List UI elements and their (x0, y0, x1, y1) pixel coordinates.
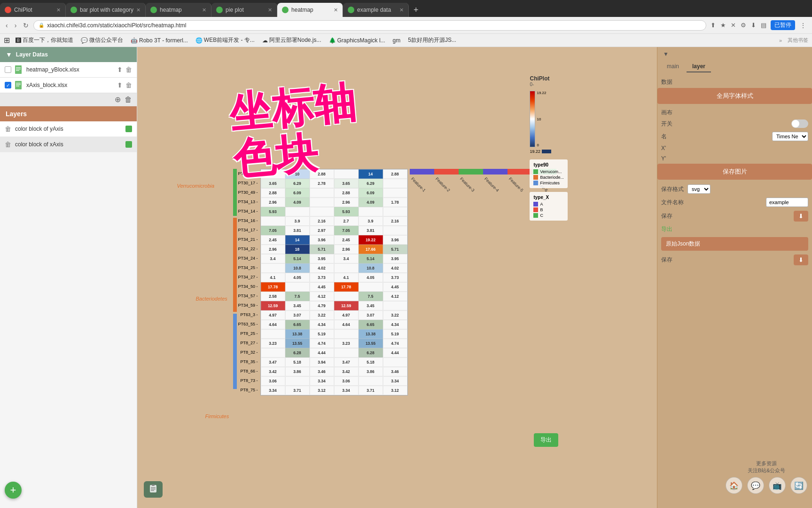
cell-11-2: 3.73 (310, 273, 334, 282)
cell-3-0: 2.96 (261, 198, 285, 207)
scale-min: 0 (537, 143, 546, 147)
save-download-button[interactable]: ⬇ (794, 211, 808, 222)
tab-heatmap2[interactable]: heatmap ✕ (277, 3, 343, 17)
save-image-button[interactable]: 保存图片 (657, 164, 812, 180)
wechat-icon-btn[interactable]: 💬 (747, 477, 764, 494)
export-link[interactable]: 导出 (661, 225, 672, 233)
legend-typex-label0: A (540, 202, 543, 206)
menu-button[interactable]: ⋮ (798, 21, 808, 30)
apps-icon[interactable]: ⊞ (4, 36, 10, 45)
cell-1-2: 2.78 (310, 179, 334, 188)
global-font-button[interactable]: 全局字体样式 (657, 88, 812, 104)
toggle-switch[interactable] (791, 119, 808, 128)
tab-example[interactable]: example data ✕ (343, 3, 409, 17)
upload-icon-xaxis[interactable]: ⬆ (117, 81, 123, 89)
other-bookmarks[interactable]: 其他书签 (788, 37, 808, 44)
delete-btn-xaxis-layer[interactable]: 🗑 (5, 141, 11, 148)
delete-btn-yaxis[interactable]: 🗑 (5, 125, 11, 133)
delete-icon-heatmap-y[interactable]: 🗑 (125, 66, 132, 73)
delete-layer-toolbar-button[interactable]: 🗑 (125, 95, 132, 104)
color-indicator-xaxis[interactable] (125, 141, 132, 148)
edit-clipboard-button[interactable] (144, 481, 163, 498)
scale-max: 19.22 (537, 91, 546, 95)
cell-5-1: 3.9 (285, 216, 310, 226)
file-name-input[interactable] (766, 198, 808, 207)
color-indicator-yaxis[interactable] (125, 126, 132, 132)
download-button[interactable]: ⬇ (750, 21, 757, 30)
delete-icon-xaxis[interactable]: 🗑 (125, 81, 132, 89)
tab-close-bar[interactable]: ✕ (136, 7, 141, 13)
tab-bar-plot[interactable]: bar plot with category ✕ (66, 3, 146, 17)
bookmark-baidu[interactable]: 🅱 百度一下，你就知道 (14, 35, 75, 45)
home-icon-btn[interactable]: 🏠 (726, 477, 742, 494)
user-button[interactable]: 已暂停 (771, 20, 795, 30)
tab-close-example[interactable]: ✕ (399, 7, 404, 13)
cell-18-5: 4.74 (383, 339, 407, 348)
address-bar[interactable]: 🔒 xiaochi.chifei3d.com/static/xiaochiPlo… (33, 20, 706, 31)
legend-type90-color2 (533, 181, 538, 185)
cell-9-1: 5.14 (285, 254, 310, 263)
more-resources-text2: 关注B站&公众号 (726, 467, 807, 474)
bookmark-aliyun[interactable]: ☁ 阿里云部署Node.js... (260, 35, 323, 45)
y-label-PT8_35: PT8_35 - (238, 357, 259, 366)
cell-10-4: 10.8 (359, 263, 383, 273)
back-button[interactable]: ‹ (4, 21, 10, 30)
y-label-PT8_25: PT8_25 - (238, 329, 259, 338)
add-layer-toolbar-button[interactable]: ⊕ (115, 95, 121, 104)
right-panel-toggle-icon[interactable]: ▼ (663, 51, 669, 57)
layer-datas-title: Layer Datas (16, 51, 48, 58)
legend-type90-label1: Bacteriode... (540, 175, 564, 180)
layer-datas-toggle-icon[interactable]: ▼ (6, 51, 12, 58)
reader-view-button[interactable]: ▤ (759, 21, 768, 30)
tab-close-heatmap2[interactable]: ✕ (334, 7, 338, 13)
extension-button[interactable]: ⚙ (739, 21, 748, 30)
tab-pie[interactable]: pie plot ✕ (211, 3, 277, 17)
cell-3-5: 1.78 (383, 198, 407, 207)
video-icon-btn[interactable]: 📺 (769, 477, 786, 494)
file-name-xaxis: xAxis_block.xlsx (26, 82, 114, 88)
cell-13-2: 4.12 (310, 292, 334, 301)
tab-close-heatmap1[interactable]: ✕ (202, 7, 206, 13)
bookmark-graphics[interactable]: 🌲 GraphicsMagick l... (327, 36, 387, 45)
refresh-icon-btn[interactable]: 🔄 (790, 477, 807, 494)
legend-typex: type_X A B C (530, 192, 568, 221)
bookmark-web[interactable]: 🌐 WEB前端开发 - 专... (194, 35, 257, 45)
browser-chrome: ChiPlot ✕ bar plot with category ✕ heatm… (0, 0, 812, 47)
refresh-button[interactable]: ↻ (21, 21, 31, 30)
tab-layer[interactable]: layer (687, 61, 711, 72)
layer-name-xaxis: color block of xAxis (15, 141, 122, 148)
upload-icon-heatmap-y[interactable]: ⬆ (117, 66, 123, 73)
cell-9-5: 3.95 (383, 254, 407, 263)
watermark-overlay: 坐标轴 色块 (227, 79, 362, 183)
tab-chiplot[interactable]: ChiPlot ✕ (0, 3, 66, 17)
bookmark-opensource[interactable]: 5款好用的开源JS... (406, 35, 458, 45)
share-button[interactable]: ⬆ (709, 21, 717, 30)
checkbox-heatmap-y[interactable] (5, 66, 11, 73)
bookmark-robo[interactable]: 🤖 Robo 3T - formerl... (129, 36, 190, 45)
tab-close-chiplot[interactable]: ✕ (56, 7, 61, 13)
export-button[interactable]: 导出 (534, 433, 558, 447)
more-bookmarks[interactable]: » (779, 38, 782, 43)
tab-heatmap1[interactable]: heatmap ✕ (146, 3, 211, 17)
checkbox-xaxis[interactable]: ✓ (5, 82, 11, 88)
file-name-label: 文件名称 (661, 198, 684, 206)
new-tab-button[interactable]: + (409, 5, 423, 15)
format-select[interactable]: svg png (687, 184, 710, 194)
legend-type90-label2: Firmicutes (540, 181, 560, 185)
cell-19-2: 4.44 (310, 348, 334, 357)
cell-23-1: 3.71 (285, 386, 310, 395)
add-layer-button[interactable]: + (5, 482, 22, 499)
layer-row-xaxis[interactable]: 🗑 color block of xAxis (0, 137, 137, 152)
forward-button[interactable]: › (13, 21, 19, 30)
bookmark-button[interactable]: ★ (719, 21, 727, 30)
layer-row-yaxis[interactable]: 🗑 color block of yAxis (0, 121, 137, 137)
bookmark-gm[interactable]: gm (391, 36, 403, 45)
tab-main[interactable]: main (661, 61, 685, 72)
twitter-button[interactable]: ✕ (729, 21, 737, 30)
cell-22-5: 3.34 (383, 376, 407, 386)
raw-json-save-button[interactable]: ⬇ (794, 254, 808, 265)
svg-rect-7 (16, 86, 19, 87)
tab-close-pie[interactable]: ✕ (268, 7, 272, 13)
bookmark-wechat[interactable]: 💬 微信公众平台 (79, 35, 125, 45)
font-select[interactable]: Times Ne Arial (772, 132, 808, 141)
